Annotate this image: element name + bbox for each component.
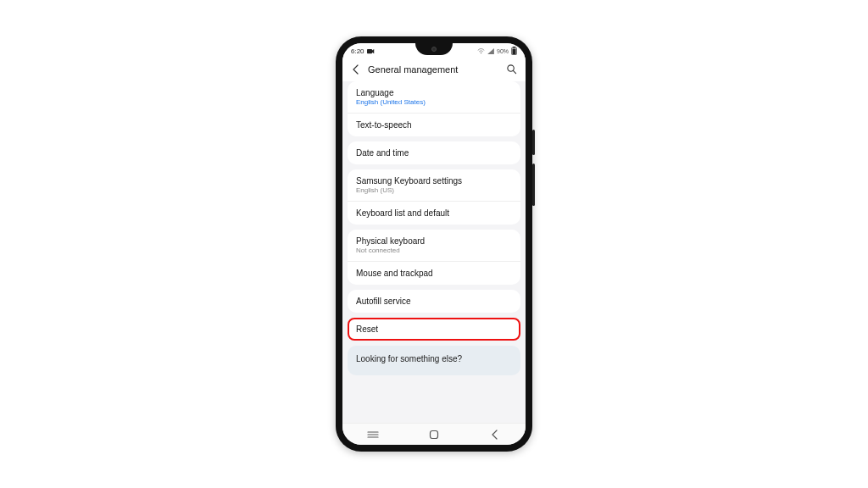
svg-point-1: [481, 52, 482, 53]
settings-group: Autofill service: [348, 290, 520, 313]
settings-row-keyboard-list[interactable]: Keyboard list and default: [348, 201, 520, 225]
settings-group: Samsung Keyboard settings English (US) K…: [348, 169, 520, 225]
svg-rect-4: [512, 49, 515, 55]
battery-icon: [511, 47, 517, 55]
row-title: Text-to-speech: [356, 120, 512, 130]
settings-row-reset[interactable]: Reset: [348, 318, 520, 341]
row-title: Date and time: [356, 148, 512, 158]
settings-row-autofill[interactable]: Autofill service: [348, 290, 520, 313]
search-icon[interactable]: [506, 64, 517, 75]
status-time: 6:20: [351, 47, 364, 55]
signal-icon: [487, 48, 494, 54]
app-header: General management: [342, 58, 526, 81]
settings-row-text-to-speech[interactable]: Text-to-speech: [348, 113, 520, 136]
row-title: Language: [356, 88, 512, 97]
row-title: Reset: [356, 324, 512, 334]
front-camera: [431, 47, 437, 52]
status-battery-text: 90%: [497, 48, 509, 54]
settings-group: Reset: [348, 318, 520, 341]
nav-home-button[interactable]: [417, 427, 451, 442]
row-title: Samsung Keyboard settings: [356, 176, 512, 186]
back-icon[interactable]: [351, 64, 361, 75]
settings-group: Physical keyboard Not connected Mouse an…: [348, 230, 520, 285]
settings-row-mouse-trackpad[interactable]: Mouse and trackpad: [348, 261, 520, 285]
row-subtitle: English (US): [356, 186, 512, 194]
settings-row-physical-keyboard[interactable]: Physical keyboard Not connected: [348, 230, 520, 261]
navigation-bar: [342, 423, 526, 445]
svg-line-6: [513, 70, 515, 73]
page-title: General management: [368, 64, 499, 75]
settings-group: Date and time: [348, 141, 520, 164]
settings-group: Language English (United States) Text-to…: [348, 81, 520, 136]
side-button: [532, 164, 535, 206]
footer-prompt[interactable]: Looking for something else?: [348, 346, 520, 375]
video-icon: [367, 48, 375, 54]
wifi-icon: [477, 48, 485, 54]
footer-prompt-text: Looking for something else?: [356, 354, 512, 363]
settings-row-samsung-keyboard[interactable]: Samsung Keyboard settings English (US): [348, 169, 520, 201]
row-title: Mouse and trackpad: [356, 269, 512, 278]
settings-content: Language English (United States) Text-to…: [342, 81, 526, 423]
side-button: [532, 130, 535, 155]
row-title: Keyboard list and default: [356, 208, 512, 218]
nav-back-button[interactable]: [478, 427, 512, 442]
svg-rect-0: [367, 48, 372, 53]
settings-row-language[interactable]: Language English (United States): [348, 81, 520, 113]
phone-frame: 6:20 90%: [336, 36, 532, 452]
nav-recents-button[interactable]: [356, 427, 390, 442]
settings-row-date-time[interactable]: Date and time: [348, 141, 520, 164]
svg-rect-10: [431, 430, 438, 438]
phone-screen: 6:20 90%: [342, 43, 526, 445]
row-title: Autofill service: [356, 297, 512, 306]
row-title: Physical keyboard: [356, 236, 512, 246]
stage: 6:20 90%: [0, 0, 868, 488]
row-subtitle: Not connected: [356, 247, 512, 254]
row-subtitle: English (United States): [356, 98, 512, 106]
